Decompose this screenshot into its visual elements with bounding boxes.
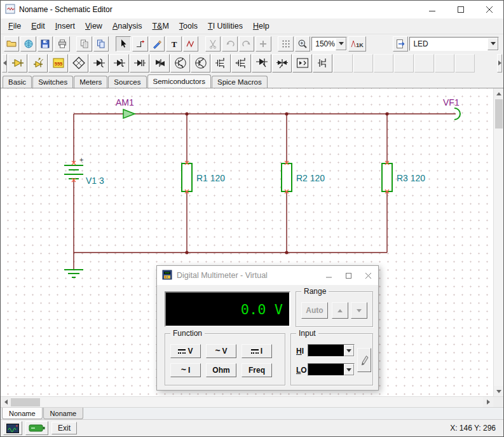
tab-basic[interactable]: Basic	[3, 76, 32, 88]
copy-button[interactable]	[76, 36, 92, 52]
power-mode-button[interactable]	[25, 421, 48, 435]
schematic-canvas[interactable]: + AM1 VF1 V1 3 R	[1, 88, 503, 396]
component-pnp-transistor-button[interactable]	[191, 54, 210, 73]
vertical-scroll-thumb[interactable]	[495, 99, 503, 128]
dc-current-button[interactable]: I	[242, 344, 272, 358]
component-nmos-transistor-button[interactable]	[211, 54, 231, 73]
component-igbt-button[interactable]	[313, 54, 332, 73]
scroll-up-button[interactable]	[494, 88, 504, 99]
chevron-down-icon	[491, 42, 496, 45]
multimeter-icon	[162, 270, 172, 282]
open-from-web-button[interactable]	[20, 36, 36, 52]
waveform-tool-button[interactable]	[183, 36, 198, 52]
sheet-tab-noname-1[interactable]: Noname	[2, 408, 43, 419]
lo-input-combo[interactable]	[308, 363, 355, 376]
dc-voltage-button[interactable]: V	[170, 344, 201, 358]
scroll-down-button[interactable]	[494, 386, 504, 396]
menu-analysis[interactable]: Analysis	[107, 20, 147, 32]
component-combo-drop-button[interactable]	[487, 38, 498, 50]
save-button[interactable]	[37, 36, 53, 52]
undo-button[interactable]	[222, 36, 237, 52]
add-button[interactable]	[255, 36, 271, 52]
menu-view[interactable]: View	[80, 20, 107, 32]
tab-spice-macros[interactable]: Spice Macros	[212, 76, 268, 88]
circuit-wires[interactable]	[74, 114, 456, 269]
horizontal-scroll-thumb[interactable]	[11, 398, 40, 406]
select-tool-button[interactable]	[116, 36, 131, 52]
component-bridge-rectifier-button[interactable]	[69, 54, 88, 73]
lo-combo-drop-button[interactable]	[344, 364, 354, 375]
scroll-left-button[interactable]	[1, 397, 11, 407]
tab-switches[interactable]: Switches	[32, 76, 73, 88]
component-diode-button[interactable]	[8, 54, 27, 73]
range-auto-button[interactable]: Auto	[301, 302, 328, 319]
multimeter-title-bar[interactable]: Digital Multimeter - Virtual	[157, 266, 378, 285]
horizontal-scrollbar[interactable]	[1, 396, 493, 407]
multimeter-minimize-button[interactable]	[319, 266, 339, 285]
zoom-level-combo[interactable]: 150%	[311, 37, 347, 51]
multimeter-display-value: 0.0 V	[241, 302, 283, 317]
grid-toggle-button[interactable]	[278, 36, 293, 52]
ammeter-symbol[interactable]	[123, 109, 135, 118]
cut-button[interactable]	[205, 36, 221, 52]
open-button[interactable]	[4, 36, 19, 52]
multimeter-dialog[interactable]: Digital Multimeter - Virtual 0.0 V Range…	[156, 265, 379, 391]
component-search-combo[interactable]: LED	[409, 37, 499, 51]
component-scr-button[interactable]	[252, 54, 271, 73]
component-varicap-diode-button[interactable]	[130, 54, 149, 73]
component-schottky-diode-button[interactable]	[109, 54, 129, 73]
component-zener-diode-button[interactable]	[89, 54, 109, 73]
sheet-tabs: Noname Noname	[1, 407, 503, 419]
paste-button[interactable]	[93, 36, 109, 52]
component-timer-555-button[interactable]: 555	[48, 54, 68, 73]
component-triac-button[interactable]	[272, 54, 292, 73]
wire-tool-button[interactable]	[132, 36, 147, 52]
ac-1k-button[interactable]: 1K	[348, 36, 366, 52]
print-button[interactable]	[54, 36, 69, 52]
ac-voltage-button[interactable]: V	[206, 344, 236, 358]
sheet-tab-noname-2[interactable]: Noname	[43, 408, 84, 419]
tab-meters[interactable]: Meters	[74, 76, 107, 88]
text-tool-button[interactable]: T	[166, 36, 181, 52]
pen-tool-button[interactable]	[149, 36, 165, 52]
menu-insert[interactable]: Insert	[50, 20, 80, 32]
component-pmos-transistor-button[interactable]	[231, 54, 251, 73]
component-led-button[interactable]	[28, 54, 48, 73]
hi-combo-drop-button[interactable]	[344, 345, 354, 356]
exit-button[interactable]: Exit	[51, 422, 77, 434]
redo-button[interactable]	[239, 36, 254, 52]
probe-button[interactable]	[357, 348, 371, 372]
menu-ti-utilities[interactable]: TI Utilities	[203, 20, 248, 32]
multimeter-close-button[interactable]	[358, 266, 378, 285]
ground-symbol[interactable]	[64, 270, 83, 277]
close-button[interactable]	[475, 1, 503, 18]
menu-help[interactable]: Help	[248, 20, 275, 32]
component-scroll-right[interactable]	[497, 54, 502, 73]
ohm-button[interactable]: Ohm	[206, 363, 236, 377]
ac-current-button[interactable]: I	[170, 363, 201, 377]
menu-tools[interactable]: Tools	[174, 20, 203, 32]
zoom-combo-drop-button[interactable]	[336, 38, 346, 50]
instrument-mode-button[interactable]	[3, 421, 22, 435]
voltage-source-symbol[interactable]	[64, 165, 83, 179]
multimeter-maximize-button[interactable]	[339, 266, 358, 285]
component-diac-button[interactable]	[150, 54, 170, 73]
hi-input-combo[interactable]	[308, 344, 355, 357]
component-optocoupler-button[interactable]	[292, 54, 312, 73]
zoom-button[interactable]	[295, 36, 310, 52]
component-npn-transistor-button[interactable]	[170, 54, 190, 73]
component-scroll-left[interactable]	[2, 54, 7, 73]
range-down-button[interactable]	[351, 302, 367, 319]
maximize-button[interactable]	[446, 1, 475, 18]
scroll-right-button[interactable]	[483, 397, 493, 407]
macro-button[interactable]	[393, 36, 408, 52]
tab-semiconductors[interactable]: Semiconductors	[147, 74, 211, 88]
menu-file[interactable]: File	[3, 20, 26, 32]
menu-tm[interactable]: T&M	[147, 20, 174, 32]
vertical-scrollbar[interactable]	[493, 88, 503, 396]
minimize-button[interactable]	[418, 1, 446, 18]
menu-edit[interactable]: Edit	[26, 20, 50, 32]
tab-sources[interactable]: Sources	[108, 76, 146, 88]
freq-button[interactable]: Freq	[242, 363, 272, 377]
range-up-button[interactable]	[332, 302, 348, 319]
